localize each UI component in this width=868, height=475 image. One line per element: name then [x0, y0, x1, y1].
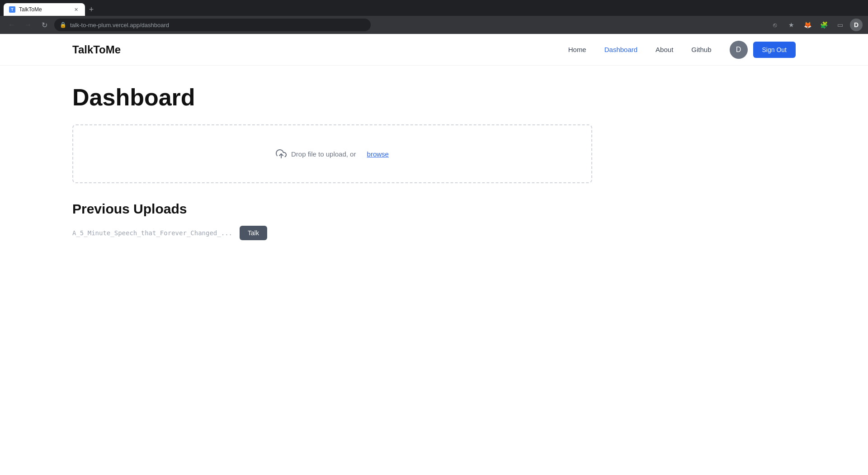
upload-icon — [276, 148, 287, 159]
back-button[interactable]: ← — [5, 19, 18, 31]
page-title: Dashboard — [72, 84, 796, 111]
reload-button[interactable]: ↻ — [38, 19, 51, 31]
tab-title: TalkToMe — [19, 6, 69, 13]
upload-item: A_5_Minute_Speech_that_Forever_Changed_.… — [72, 226, 796, 240]
browser-actions: ⎋ ★ 🦊 🧩 ▭ D — [769, 19, 863, 31]
share-button[interactable]: ⎋ — [769, 19, 781, 31]
address-text: talk-to-me-plum.vercel.app/dashboard — [70, 22, 169, 28]
extension-icon-1[interactable]: 🦊 — [801, 19, 814, 31]
browse-link[interactable]: browse — [367, 150, 389, 158]
sidebar-button[interactable]: ▭ — [834, 19, 846, 31]
active-tab[interactable]: T TalkToMe ✕ — [4, 3, 85, 16]
upload-text: Drop file to upload, or — [291, 150, 356, 158]
browser-chrome: T TalkToMe ✕ + — [0, 0, 868, 16]
forward-button[interactable]: → — [22, 19, 34, 31]
nav-logo: TalkToMe — [72, 43, 121, 56]
navbar: TalkToMe Home Dashboard About Github D S… — [0, 34, 868, 66]
previous-uploads-title: Previous Uploads — [72, 201, 796, 217]
sign-out-button[interactable]: Sign Out — [753, 42, 796, 58]
talk-button[interactable]: Talk — [240, 226, 267, 240]
page-content: TalkToMe Home Dashboard About Github D S… — [0, 34, 868, 475]
nav-link-home[interactable]: Home — [568, 46, 586, 53]
new-tab-button[interactable]: + — [85, 3, 98, 16]
address-bar-row: ← → ↻ 🔒 talk-to-me-plum.vercel.app/dashb… — [0, 16, 868, 34]
profile-button[interactable]: D — [850, 19, 863, 31]
upload-content: Drop file to upload, or browse — [276, 148, 389, 159]
address-bar[interactable]: 🔒 talk-to-me-plum.vercel.app/dashboard — [54, 19, 371, 31]
main-content: Dashboard Drop file to upload, or browse… — [0, 66, 868, 258]
upload-area[interactable]: Drop file to upload, or browse — [72, 124, 592, 183]
nav-links: Home Dashboard About Github — [568, 46, 712, 53]
avatar[interactable]: D — [730, 41, 748, 59]
nav-link-about[interactable]: About — [656, 46, 673, 53]
extension-icon-2[interactable]: 🧩 — [817, 19, 830, 31]
tab-close-button[interactable]: ✕ — [72, 6, 80, 13]
bookmark-button[interactable]: ★ — [785, 19, 797, 31]
tab-favicon: T — [9, 6, 15, 13]
upload-filename: A_5_Minute_Speech_that_Forever_Changed_.… — [72, 229, 232, 237]
nav-link-dashboard[interactable]: Dashboard — [604, 46, 637, 53]
lock-icon: 🔒 — [60, 22, 66, 28]
nav-link-github[interactable]: Github — [691, 46, 711, 53]
tab-bar: T TalkToMe ✕ + — [4, 0, 98, 16]
